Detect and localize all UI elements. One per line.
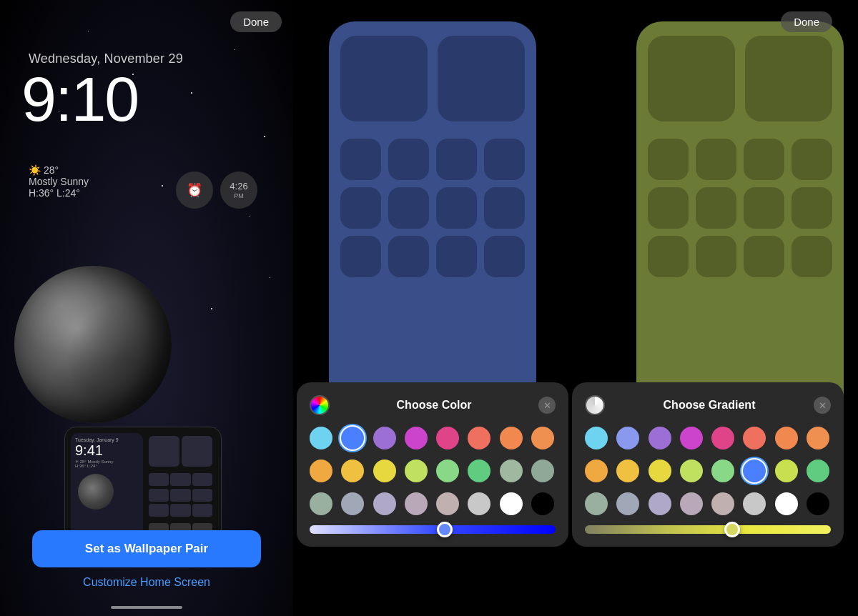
done-button-left[interactable]: Done (230, 11, 282, 32)
clock-widget-ampm: PM (234, 192, 244, 199)
app-icon-tiny (192, 504, 212, 517)
app-icon-tiny (149, 473, 169, 486)
home-indicator (111, 606, 182, 609)
gradient-swatch[interactable] (743, 427, 766, 449)
gradient-swatch[interactable] (807, 427, 829, 449)
gradient-swatch[interactable] (680, 492, 703, 515)
phone-preview-date: Tuesday, January 9 (75, 437, 139, 442)
color-swatch[interactable] (468, 459, 490, 482)
app-icon-tiny (192, 489, 212, 502)
gradient-swatch[interactable] (680, 427, 703, 449)
olive-app-icon-small (648, 187, 689, 229)
customize-home-screen-link[interactable]: Customize Home Screen (0, 576, 293, 589)
olive-phone-row-1 (636, 139, 844, 180)
blue-app-icon-small (340, 139, 381, 180)
color-picker-panel: Choose Color ✕ (297, 382, 568, 547)
color-swatch[interactable] (531, 459, 554, 482)
color-swatch[interactable] (341, 492, 364, 515)
lock-screen-panel: Done Wednesday, November 29 9:10 ☀️ 28° … (0, 0, 293, 616)
blue-app-icon-large-2 (438, 36, 525, 121)
blue-app-icon-small (436, 139, 477, 180)
gradient-color-wheel-icon[interactable] (585, 395, 605, 415)
gradient-swatch[interactable] (680, 459, 703, 482)
app-icon-preview (149, 436, 179, 467)
olive-app-icon-small (792, 187, 832, 229)
blue-app-icon-small (436, 187, 477, 229)
gradient-swatch[interactable] (775, 459, 798, 482)
color-swatch[interactable] (310, 427, 332, 449)
olive-app-icon-small (744, 139, 784, 180)
gradient-swatch[interactable] (711, 459, 734, 482)
color-swatch[interactable] (436, 427, 459, 449)
set-wallpaper-button[interactable]: Set as Wallpaper Pair (32, 530, 261, 567)
gradient-swatch[interactable] (807, 459, 829, 482)
gradient-swatch[interactable] (743, 492, 766, 515)
gradient-picker-header: Choose Gradient ✕ (585, 395, 831, 415)
olive-app-icon-small (696, 187, 736, 229)
gradient-swatch[interactable] (616, 427, 639, 449)
alarm-icon: ⏰ (187, 182, 202, 198)
gradient-swatch[interactable] (616, 492, 639, 515)
gradient-swatch[interactable] (616, 459, 639, 482)
olive-app-icon-large-1 (648, 36, 735, 121)
phone-preview-weather: ☀ 28° Mostly SunnyH:36° L:24° (75, 459, 139, 468)
olive-phone-row-2 (636, 187, 844, 229)
color-swatch[interactable] (310, 492, 332, 515)
color-swatches-row2 (310, 459, 556, 482)
color-wheel-icon[interactable] (310, 395, 330, 415)
app-icon-preview (182, 436, 212, 467)
color-swatch[interactable] (373, 492, 396, 515)
color-swatch[interactable] (405, 427, 428, 449)
color-swatch[interactable] (373, 427, 396, 449)
gradient-brightness-slider[interactable] (585, 525, 831, 534)
gradient-swatch[interactable] (649, 492, 671, 515)
blue-app-icon-large-1 (340, 36, 428, 121)
color-swatch[interactable] (500, 492, 523, 515)
color-swatch[interactable] (500, 427, 523, 449)
color-swatch[interactable] (500, 459, 523, 482)
gradient-swatch[interactable] (711, 492, 734, 515)
gradient-picker-close-button[interactable]: ✕ (814, 397, 831, 414)
olive-app-icon-small (792, 139, 832, 180)
color-slider-thumb[interactable] (437, 522, 453, 537)
gradient-swatch[interactable] (649, 459, 671, 482)
done-button-right[interactable]: Done (781, 11, 832, 32)
gradient-swatch[interactable] (775, 492, 798, 515)
color-swatch[interactable] (405, 459, 428, 482)
color-swatch[interactable] (436, 459, 459, 482)
olive-app-icon-small (792, 236, 832, 277)
gradient-swatch[interactable] (585, 459, 608, 482)
blue-app-icon-small (388, 187, 429, 229)
gradient-swatch[interactable] (585, 492, 608, 515)
gradient-swatch-selected[interactable] (743, 459, 766, 482)
phone-preview-moon (78, 474, 114, 510)
gradient-swatch[interactable] (585, 427, 608, 449)
gradient-swatch[interactable] (775, 427, 798, 449)
color-brightness-slider[interactable] (310, 525, 556, 534)
color-swatch[interactable] (373, 459, 396, 482)
color-swatch[interactable] (531, 427, 554, 449)
app-icon-tiny (192, 473, 212, 486)
color-swatch[interactable] (436, 492, 459, 515)
olive-app-icon-small (744, 187, 784, 229)
color-swatch[interactable] (468, 492, 490, 515)
color-picker-close-button[interactable]: ✕ (538, 397, 556, 414)
gradient-swatch[interactable] (807, 492, 829, 515)
color-swatch[interactable] (405, 492, 428, 515)
gradient-slider-thumb[interactable] (724, 522, 740, 537)
lock-screen-time: 9:10 (21, 68, 138, 131)
color-swatch[interactable] (310, 459, 332, 482)
color-swatch[interactable] (468, 427, 490, 449)
app-icon-tiny (170, 473, 190, 486)
alarm-widget: ⏰ (176, 172, 213, 209)
gradient-swatch[interactable] (649, 427, 671, 449)
right-phone-olive (636, 21, 844, 436)
color-swatch-selected[interactable] (341, 427, 364, 449)
color-swatch[interactable] (341, 459, 364, 482)
clock-widget: 4:26 PM (220, 172, 257, 209)
blue-app-icon-small (340, 187, 381, 229)
color-swatch[interactable] (531, 492, 554, 515)
gradient-swatch[interactable] (711, 427, 734, 449)
blue-phone-row-1 (329, 139, 536, 180)
color-picker-header: Choose Color ✕ (310, 395, 556, 415)
